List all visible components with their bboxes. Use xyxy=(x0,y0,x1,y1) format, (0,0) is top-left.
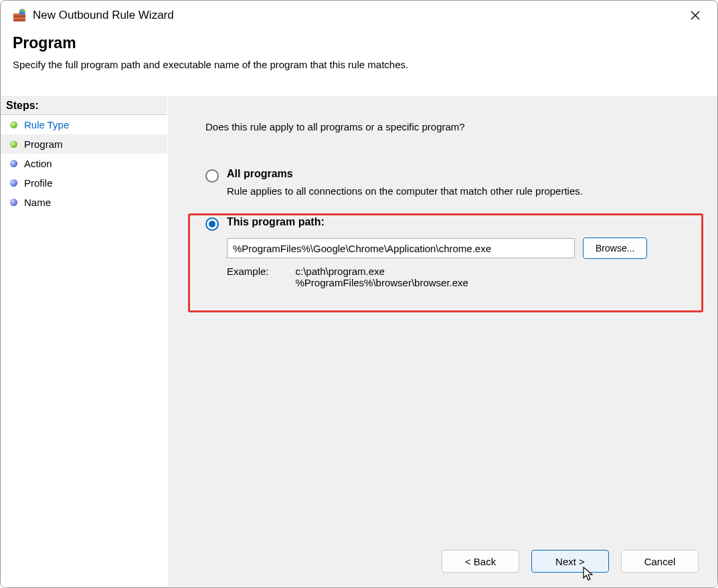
radio-all-programs[interactable] xyxy=(205,169,219,183)
step-bullet-icon xyxy=(10,140,17,148)
question-text: Does this rule apply to all programs or … xyxy=(205,121,465,132)
program-path-input[interactable] xyxy=(227,238,575,258)
radio-program-path[interactable] xyxy=(205,217,219,231)
example-label: Example: xyxy=(227,266,269,288)
svg-rect-2 xyxy=(13,17,25,19)
step-action: Action xyxy=(1,154,167,173)
window-title: New Outbound Rule Wizard xyxy=(33,9,680,22)
wizard-main-panel: Does this rule apply to all programs or … xyxy=(168,96,717,587)
page-title: Program xyxy=(13,34,705,52)
steps-heading: Steps: xyxy=(1,96,167,115)
option-program-path: This program path: Browse... Example: c:… xyxy=(205,216,691,288)
step-label: Program xyxy=(24,138,63,150)
cancel-button[interactable]: Cancel xyxy=(621,550,699,573)
wizard-header: Program Specify the full program path an… xyxy=(1,30,717,81)
firewall-app-icon xyxy=(13,9,26,22)
step-bullet-icon xyxy=(10,121,17,128)
next-button[interactable]: Next > xyxy=(531,550,609,573)
steps-list: Rule Type Program Action Profile Name xyxy=(1,115,167,212)
option-path-label: This program path: xyxy=(227,216,325,228)
back-button[interactable]: < Back xyxy=(442,550,519,573)
close-icon xyxy=(691,11,700,20)
steps-sidebar: Steps: Rule Type Program Action Profile … xyxy=(1,96,168,587)
step-label[interactable]: Rule Type xyxy=(24,119,69,130)
close-button[interactable] xyxy=(680,5,711,26)
step-label: Action xyxy=(24,158,52,169)
step-label: Name xyxy=(24,197,51,208)
step-program: Program xyxy=(1,134,167,154)
step-bullet-icon xyxy=(10,199,17,206)
step-name: Name xyxy=(1,193,167,212)
title-bar: New Outbound Rule Wizard xyxy=(1,1,717,30)
step-bullet-icon xyxy=(10,179,17,187)
step-bullet-icon xyxy=(10,160,17,167)
wizard-footer: < Back Next > Cancel xyxy=(442,550,699,573)
browse-button[interactable]: Browse... xyxy=(583,237,647,259)
example-values: c:\path\program.exe %ProgramFiles%\brows… xyxy=(296,266,468,288)
page-description: Specify the full program path and execut… xyxy=(13,59,705,70)
option-all-programs: All programs Rule applies to all connect… xyxy=(205,168,691,197)
step-label: Profile xyxy=(24,177,53,189)
step-rule-type[interactable]: Rule Type xyxy=(1,115,167,134)
option-all-label: All programs xyxy=(227,168,293,180)
step-profile: Profile xyxy=(1,173,167,193)
option-all-desc: Rule applies to all connections on the c… xyxy=(227,185,691,197)
